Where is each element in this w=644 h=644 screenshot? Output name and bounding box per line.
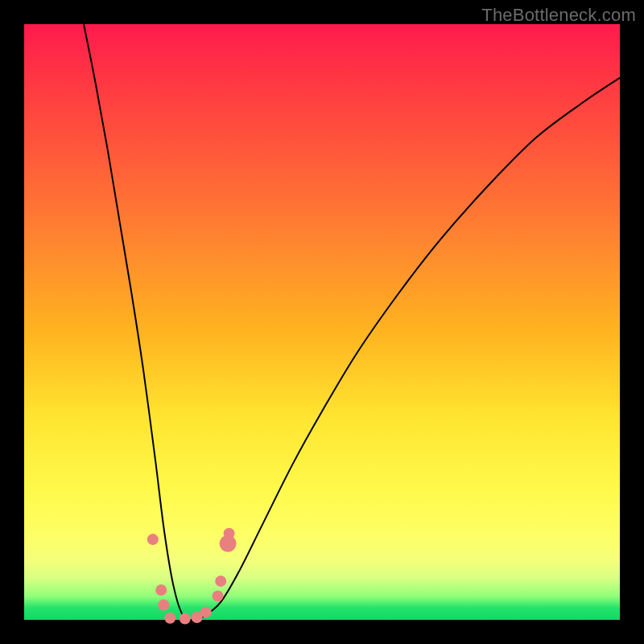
curve-marker xyxy=(200,606,212,617)
curve-marker xyxy=(164,613,175,624)
chart-frame: TheBottleneck.com xyxy=(0,0,644,644)
plot-area xyxy=(24,24,620,620)
bottleneck-curve xyxy=(84,24,620,620)
curve-markers xyxy=(147,528,237,625)
curve-marker xyxy=(215,576,226,587)
curve-marker xyxy=(158,600,169,611)
curve-marker xyxy=(224,528,235,539)
watermark-text: TheBottleneck.com xyxy=(481,5,636,26)
curve-marker xyxy=(180,613,191,625)
curve-marker xyxy=(155,584,167,596)
curve-marker xyxy=(213,590,224,601)
bottleneck-curve-svg xyxy=(24,24,620,620)
curve-marker xyxy=(147,534,159,545)
